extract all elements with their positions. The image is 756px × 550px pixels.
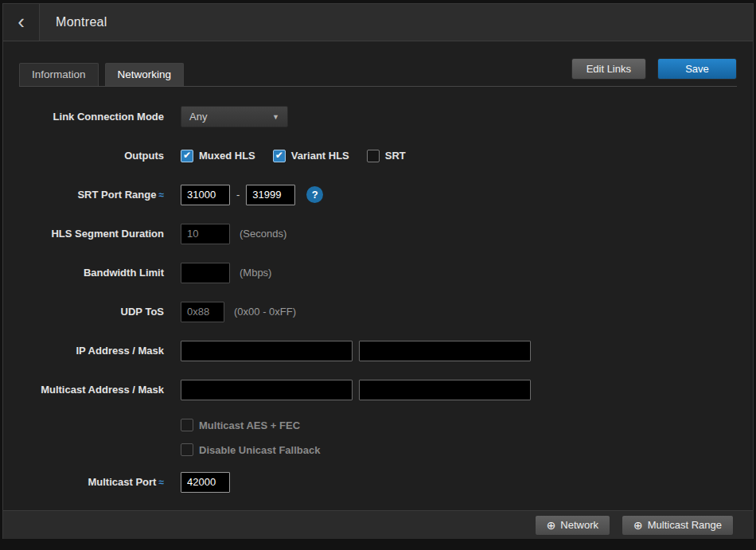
multicast-address-mask-label: Multicast Address / Mask xyxy=(19,384,164,396)
outputs-label: Outputs xyxy=(19,150,164,162)
back-button[interactable]: ‹ xyxy=(3,4,40,41)
link-connection-mode-select[interactable]: Any ▼ xyxy=(181,106,288,127)
multicast-aes-fec-row: Multicast AES + FEC xyxy=(19,418,737,432)
multicast-mask-input[interactable] xyxy=(359,380,531,400)
required-icon: ≈ xyxy=(158,189,164,201)
save-button[interactable]: Save xyxy=(657,58,737,80)
add-network-button-label: Network xyxy=(560,519,598,531)
srt-port-range-label: SRT Port Range≈ xyxy=(19,189,164,201)
hls-segment-duration-label: HLS Segment Duration xyxy=(19,228,164,240)
srt-checkbox[interactable]: SRT xyxy=(367,150,406,162)
hls-segment-duration-input[interactable] xyxy=(181,224,230,244)
muxed-hls-checkbox-label: Muxed HLS xyxy=(199,150,255,162)
multicast-aes-fec-checkbox-box xyxy=(181,419,193,431)
disable-unicast-fallback-row: Disable Unicast Fallback xyxy=(19,443,737,457)
variant-hls-checkbox-label: Variant HLS xyxy=(291,150,349,162)
help-icon[interactable]: ? xyxy=(306,186,323,203)
disable-unicast-fallback-checkbox-box xyxy=(181,443,193,456)
footer-bar: ⊕ Network ⊕ Multicast Range xyxy=(3,510,753,539)
tab-bar: Information Networking Edit Links Save xyxy=(19,58,737,87)
networking-settings-page: ‹ Montreal Information Networking Edit L… xyxy=(2,3,754,539)
outputs-row: Outputs Muxed HLS Variant HLS SRT xyxy=(19,145,737,166)
page-title: Montreal xyxy=(56,15,107,29)
link-connection-mode-label: Link Connection Mode xyxy=(19,111,164,123)
edit-links-button[interactable]: Edit Links xyxy=(571,58,646,80)
srt-port-from-input[interactable] xyxy=(181,185,230,205)
tab-information[interactable]: Information xyxy=(19,63,99,86)
add-multicast-range-button[interactable]: ⊕ Multicast Range xyxy=(622,515,734,536)
plus-circle-icon: ⊕ xyxy=(633,520,643,531)
tab-networking[interactable]: Networking xyxy=(105,63,185,86)
multicast-aes-fec-checkbox-label: Multicast AES + FEC xyxy=(199,419,300,431)
chevron-down-icon: ▼ xyxy=(272,113,279,121)
srt-checkbox-label: SRT xyxy=(385,150,406,162)
multicast-port-label-text: Multicast Port xyxy=(88,476,156,488)
link-connection-mode-row: Link Connection Mode Any ▼ xyxy=(19,106,737,127)
srt-checkbox-box xyxy=(367,150,380,162)
ip-address-input[interactable] xyxy=(181,341,353,361)
udp-tos-row: UDP ToS (0x00 - 0xFF) xyxy=(19,301,737,322)
ip-address-mask-row: IP Address / Mask xyxy=(19,340,737,361)
muxed-hls-checkbox[interactable]: Muxed HLS xyxy=(181,150,255,162)
header: ‹ Montreal xyxy=(3,4,753,41)
bandwidth-limit-input[interactable] xyxy=(181,263,230,283)
plus-circle-icon: ⊕ xyxy=(547,520,556,531)
required-icon: ≈ xyxy=(158,477,164,488)
multicast-aes-fec-checkbox[interactable]: Multicast AES + FEC xyxy=(181,419,300,431)
disable-unicast-fallback-checkbox[interactable]: Disable Unicast Fallback xyxy=(181,443,320,456)
srt-port-range-row: SRT Port Range≈ - ? xyxy=(19,184,737,205)
multicast-port-row: Multicast Port≈ xyxy=(19,471,737,493)
variant-hls-checkbox[interactable]: Variant HLS xyxy=(273,150,349,162)
srt-port-range-label-text: SRT Port Range xyxy=(77,189,156,201)
multicast-address-mask-row: Multicast Address / Mask xyxy=(19,379,737,400)
add-multicast-range-button-label: Multicast Range xyxy=(648,519,722,531)
ip-mask-input[interactable] xyxy=(359,341,531,361)
srt-port-to-input[interactable] xyxy=(246,185,295,205)
variant-hls-checkbox-box xyxy=(273,150,286,162)
bandwidth-limit-hint: (Mbps) xyxy=(240,267,271,279)
toolbar: Edit Links Save xyxy=(571,58,737,86)
hls-segment-duration-row: HLS Segment Duration (Seconds) xyxy=(19,223,737,244)
ip-address-mask-label: IP Address / Mask xyxy=(19,345,164,357)
hls-segment-duration-hint: (Seconds) xyxy=(240,228,286,240)
bandwidth-limit-label: Bandwidth Limit xyxy=(19,267,164,279)
multicast-port-label: Multicast Port≈ xyxy=(19,476,164,488)
multicast-port-input[interactable] xyxy=(181,472,230,493)
range-separator: - xyxy=(236,189,240,201)
udp-tos-hint: (0x00 - 0xFF) xyxy=(234,306,296,318)
link-connection-mode-value: Any xyxy=(189,111,207,123)
back-chevron-icon: ‹ xyxy=(18,11,25,32)
bandwidth-limit-row: Bandwidth Limit (Mbps) xyxy=(19,262,737,283)
udp-tos-input[interactable] xyxy=(181,302,224,322)
udp-tos-label: UDP ToS xyxy=(19,306,164,318)
muxed-hls-checkbox-box xyxy=(181,150,193,162)
multicast-address-input[interactable] xyxy=(181,380,353,400)
add-network-button[interactable]: ⊕ Network xyxy=(535,515,610,536)
disable-unicast-fallback-checkbox-label: Disable Unicast Fallback xyxy=(199,444,320,456)
networking-form: Link Connection Mode Any ▼ Outputs Muxed… xyxy=(3,87,753,510)
